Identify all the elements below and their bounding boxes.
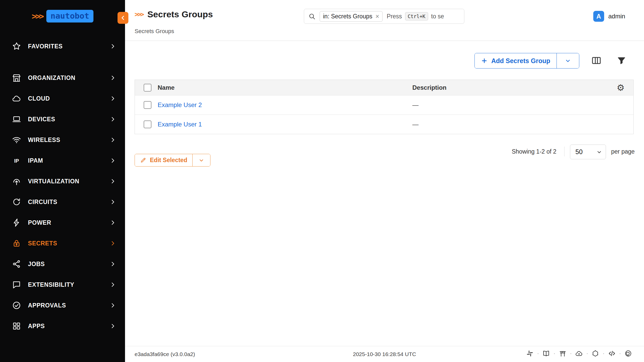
code-api-icon[interactable]	[608, 350, 616, 357]
row-checkbox-cell	[135, 120, 158, 128]
column-header-description[interactable]: Description	[412, 84, 602, 91]
building-icon	[11, 73, 22, 83]
pagination-divider	[564, 147, 565, 156]
chevron-right-icon	[109, 178, 116, 185]
chevron-right-icon	[109, 116, 116, 123]
share-icon	[11, 259, 22, 269]
sidebar-item-label: APPS	[28, 323, 109, 330]
add-secrets-group-dropdown-button[interactable]	[557, 53, 579, 68]
sidebar-item-apps[interactable]: APPS	[0, 316, 125, 336]
footer-separator: ·	[537, 351, 539, 356]
sidebar-item-label: CIRCUITS	[28, 199, 109, 206]
row-checkbox[interactable]	[144, 101, 151, 109]
sidebar-item-power[interactable]: POWER	[0, 212, 125, 233]
sidebar-item-ipam[interactable]: IP IPAM	[0, 150, 125, 171]
row-name-link[interactable]: Example User 1	[158, 121, 202, 128]
docs-book-icon[interactable]	[542, 350, 550, 357]
footer-separator: ·	[603, 351, 604, 356]
page-header: >>> Secrets Groups Secrets Groups in: Se…	[125, 0, 644, 41]
sidebar-item-favorites[interactable]: FAVORITES	[0, 36, 125, 57]
table-columns-button[interactable]	[591, 55, 602, 66]
lightning-icon	[11, 217, 22, 228]
plus-icon	[481, 57, 488, 64]
header-checkbox-cell	[135, 84, 158, 92]
breadcrumb[interactable]: Secrets Groups	[135, 28, 174, 35]
footer-separator: ·	[570, 351, 572, 356]
chevron-right-icon	[109, 219, 116, 226]
logo-wordmark: nautobot	[46, 10, 93, 22]
sidebar-item-approvals[interactable]: APPROVALS	[0, 295, 125, 316]
sidebar-item-jobs[interactable]: JOBS	[0, 254, 125, 274]
chevron-right-icon	[109, 281, 116, 288]
chevron-right-icon	[109, 240, 116, 247]
sidebar-item-label: POWER	[28, 219, 109, 226]
search-hint: Press Ctrl+K to se	[387, 12, 444, 20]
gear-icon[interactable]: ⚙	[617, 83, 625, 92]
github-icon[interactable]	[624, 350, 632, 357]
footer-separator: ·	[619, 351, 621, 356]
wifi-icon	[11, 135, 22, 145]
sidebar-item-circuits[interactable]: CIRCUITS	[0, 192, 125, 212]
chat-icon	[11, 280, 22, 290]
sidebar-item-wireless[interactable]: WIRELESS	[0, 130, 125, 150]
nautobot-logo[interactable]: >>> nautobot	[0, 10, 125, 22]
slack-icon[interactable]	[526, 350, 534, 357]
shrine-icon[interactable]	[559, 350, 567, 357]
sidebar-item-devices[interactable]: DEVICES	[0, 109, 125, 130]
row-description: —	[412, 101, 602, 109]
sidebar-item-label: APPROVALS	[28, 302, 109, 309]
search-icon	[308, 13, 316, 20]
column-header-name[interactable]: Name	[158, 84, 412, 91]
chevron-right-icon	[109, 323, 116, 329]
edit-selected-dropdown-button[interactable]	[193, 154, 210, 166]
page-size-select[interactable]: 50	[570, 145, 606, 159]
user-menu[interactable]: A admin	[593, 11, 625, 22]
ip-icon: IP	[11, 155, 22, 166]
chip-remove-icon[interactable]: ×	[375, 13, 379, 20]
graphql-icon[interactable]	[591, 350, 599, 357]
sidebar-item-label: SECRETS	[28, 240, 109, 247]
filter-button[interactable]	[617, 56, 626, 65]
chevron-right-icon	[109, 74, 116, 81]
sidebar-item-label: VIRTUALIZATION	[28, 178, 109, 185]
sidebar-item-label: ORGANIZATION	[28, 74, 109, 81]
sidebar-item-organization[interactable]: ORGANIZATION	[0, 67, 125, 88]
select-all-checkbox[interactable]	[144, 84, 151, 92]
chevron-right-icon	[109, 157, 116, 164]
row-checkbox[interactable]	[144, 120, 151, 128]
cloud-link-icon[interactable]	[575, 350, 583, 357]
row-checkbox-cell	[135, 101, 158, 109]
footer-separator: ·	[586, 351, 588, 356]
chevron-down-icon	[199, 157, 204, 163]
sidebar-menu: FAVORITES ORGANIZATION CLOUD	[0, 36, 125, 336]
chevron-right-icon	[109, 302, 116, 309]
sidebar-item-extensibility[interactable]: EXTENSIBILITY	[0, 274, 125, 295]
row-description: —	[412, 121, 602, 128]
row-name-link[interactable]: Example User 2	[158, 101, 202, 108]
keyboard-shortcut-badge: Ctrl+K	[405, 12, 428, 20]
lock-icon	[11, 238, 22, 248]
chevron-right-icon	[109, 199, 116, 205]
edit-selected-button[interactable]: Edit Selected	[135, 154, 193, 166]
chevron-down-icon	[565, 58, 571, 64]
check-circle-icon	[11, 300, 22, 311]
sidebar-item-cloud[interactable]: CLOUD	[0, 88, 125, 109]
page-size-value: 50	[575, 148, 583, 156]
chevron-right-icon	[109, 137, 116, 143]
sidebar-item-label: DEVICES	[28, 116, 109, 123]
search-input[interactable]: in: Secrets Groups × Press Ctrl+K to se	[304, 9, 464, 24]
search-filter-chip[interactable]: in: Secrets Groups ×	[320, 11, 383, 22]
add-secrets-group-button[interactable]: Add Secrets Group	[475, 53, 557, 68]
add-secrets-group-label: Add Secrets Group	[491, 57, 550, 65]
chevron-right-icon	[109, 261, 116, 267]
star-icon	[11, 41, 22, 51]
footer: e3ada3fa69ce (v3.0.0a2) 2025-10-30 16:28…	[125, 346, 644, 362]
sidebar-item-label: JOBS	[28, 261, 109, 268]
sidebar: >>> nautobot FAVORITES ORGANIZATION	[0, 0, 125, 362]
sidebar-collapse-button[interactable]	[118, 12, 128, 24]
sidebar-item-virtualization[interactable]: VIRTUALIZATION	[0, 171, 125, 192]
columns-icon	[591, 55, 602, 66]
sidebar-item-secrets[interactable]: SECRETS	[0, 233, 125, 254]
chevron-down-icon	[596, 149, 602, 155]
svg-text:IP: IP	[14, 158, 19, 164]
